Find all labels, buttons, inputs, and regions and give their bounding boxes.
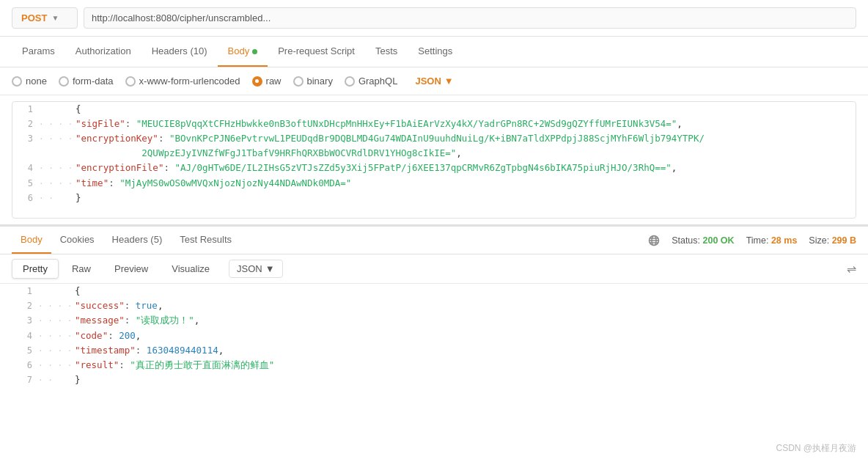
response-body-editor[interactable]: 1 { 2 · · · · "success": true, 3 · · · ·…	[12, 284, 856, 387]
body-type-binary[interactable]: binary	[293, 76, 333, 87]
radio-raw	[252, 76, 262, 87]
response-meta: Status: 200 OK Time: 28 ms Size: 299 B	[648, 235, 856, 246]
filter-icon[interactable]: ⇌	[847, 262, 856, 276]
status-value: 200 OK	[703, 235, 735, 246]
body-type-form-data[interactable]: form-data	[59, 76, 114, 87]
radio-binary	[293, 76, 304, 87]
format-tabs-bar: Pretty Raw Preview Visualize JSON ▼ ⇌	[0, 254, 868, 284]
req-line-1: 1 {	[12, 102, 856, 117]
body-type-graphql[interactable]: GraphQL	[345, 76, 397, 87]
time-value: 28 ms	[771, 235, 797, 246]
response-tab-cookies[interactable]: Cookies	[51, 227, 103, 254]
resp-line-1: 1 {	[12, 284, 856, 298]
watermark: CSDN @执槿月夜游	[776, 442, 856, 455]
body-type-raw[interactable]: raw	[252, 76, 282, 87]
size-label: Size: 299 B	[809, 235, 856, 246]
method-label: POST	[21, 12, 47, 23]
body-active-dot	[252, 49, 257, 54]
body-type-urlencoded[interactable]: x-www-form-urlencoded	[125, 76, 240, 87]
method-select[interactable]: POST ▼	[12, 7, 78, 29]
url-bar: POST ▼	[0, 0, 868, 37]
tab-authorization[interactable]: Authorization	[65, 37, 141, 67]
resp-line-3: 3 · · · · "message": "读取成功！",	[12, 313, 856, 328]
req-line-6: 6 · · }	[12, 191, 856, 205]
resp-line-2: 2 · · · · "success": true,	[12, 298, 856, 313]
resp-line-5: 5 · · · · "timestamp": 1630489440114,	[12, 343, 856, 358]
format-tab-visualize[interactable]: Visualize	[161, 260, 220, 278]
response-tab-body[interactable]: Body	[12, 227, 51, 254]
url-input[interactable]	[84, 7, 856, 29]
resp-line-4: 4 · · · · "code": 200,	[12, 329, 856, 343]
format-tab-pretty[interactable]: Pretty	[12, 259, 59, 279]
tab-body[interactable]: Body	[218, 37, 268, 67]
radio-form-data	[59, 76, 69, 87]
request-tabs: Params Authorization Headers (10) Body P…	[0, 37, 868, 67]
body-type-bar: none form-data x-www-form-urlencoded raw…	[0, 67, 868, 95]
globe-icon	[648, 235, 660, 246]
response-tab-test-results[interactable]: Test Results	[171, 227, 240, 254]
req-line-2: 2 · · · · "sigFile": "MEUCIE8pVqqXtCFHzH…	[12, 117, 856, 131]
req-line-3: 3 · · · · "encryptionKey": "BOvnKPcPJN6e…	[12, 131, 856, 161]
tab-headers[interactable]: Headers (10)	[141, 37, 218, 67]
format-tab-raw[interactable]: Raw	[62, 260, 101, 278]
size-value: 299 B	[832, 235, 856, 246]
time-label: Time: 28 ms	[746, 235, 798, 246]
req-line-4: 4 · · · · "encryptionFile": "AJ/0gHTw6DE…	[12, 161, 856, 175]
tab-pre-request[interactable]: Pre-request Script	[268, 37, 365, 67]
json-format-dropdown[interactable]: JSON ▼	[409, 73, 459, 89]
radio-none	[12, 76, 22, 87]
response-tab-headers[interactable]: Headers (5)	[103, 227, 172, 254]
status-label: Status: 200 OK	[672, 235, 735, 246]
format-tab-preview[interactable]: Preview	[104, 260, 158, 278]
tab-params[interactable]: Params	[12, 37, 65, 67]
resp-line-7: 7 · · }	[12, 373, 856, 387]
response-tabs-bar: Body Cookies Headers (5) Test Results St…	[0, 227, 868, 254]
body-type-none[interactable]: none	[12, 76, 47, 87]
radio-urlencoded	[125, 76, 136, 87]
method-chevron: ▼	[51, 14, 59, 22]
resp-line-6: 6 · · · · "result": "真正的勇士敢于直面淋漓的鲜血"	[12, 358, 856, 373]
response-json-dropdown[interactable]: JSON ▼	[229, 260, 283, 278]
tab-tests[interactable]: Tests	[365, 37, 408, 67]
req-line-5: 5 · · · · "time": "MjAyMS0wOS0wMVQxNjozN…	[12, 176, 856, 191]
response-section: Body Cookies Headers (5) Test Results St…	[0, 224, 868, 393]
radio-graphql	[345, 76, 355, 87]
request-body-editor[interactable]: 1 { 2 · · · · "sigFile": "MEUCIE8pVqqXtC…	[12, 101, 856, 219]
tab-settings[interactable]: Settings	[408, 37, 463, 67]
